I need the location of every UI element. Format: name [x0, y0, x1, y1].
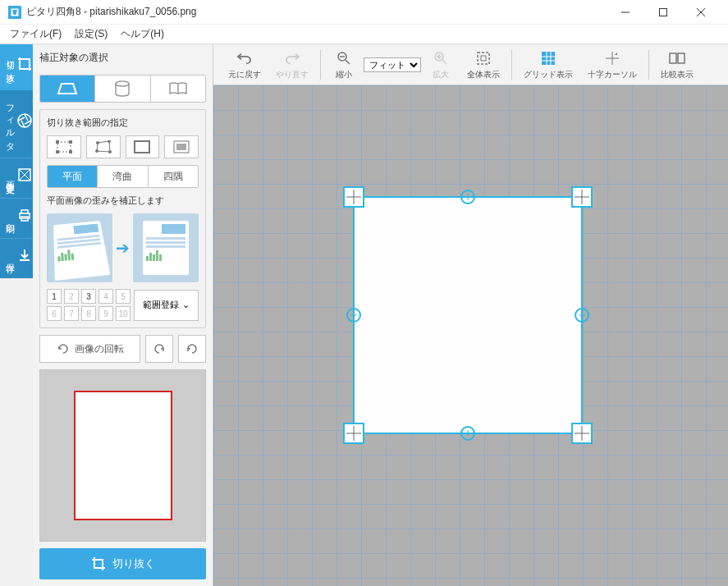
svg-rect-22: [176, 144, 186, 150]
crosshair-button[interactable]: 十字カーソル: [581, 48, 643, 82]
redo-icon: [283, 49, 301, 67]
target-book[interactable]: [150, 76, 205, 102]
preset-1[interactable]: 1: [47, 289, 62, 304]
compare-button[interactable]: 比較表示: [654, 48, 700, 82]
menu-file[interactable]: ファイル(F): [3, 27, 68, 41]
preset-6[interactable]: 6: [47, 306, 62, 321]
handle-mid-top[interactable]: [460, 190, 475, 204]
side-panel: 補正対象の選択 切り抜き範囲の指定 平面 湾曲 四隅 平面画像の歪みを補正します: [33, 44, 213, 586]
svg-rect-32: [542, 52, 555, 65]
handle-mid-bottom[interactable]: [460, 426, 475, 441]
svg-rect-11: [57, 142, 71, 152]
sidetab-save[interactable]: 保存: [0, 238, 33, 278]
aperture-icon: [16, 112, 33, 129]
handle-bottom-left[interactable]: [343, 423, 364, 444]
fit-all-button[interactable]: 全体表示: [460, 48, 506, 82]
arrow-right-icon: ➔: [116, 238, 130, 258]
crop-preview: [39, 369, 206, 542]
maximize-button[interactable]: [644, 0, 682, 25]
sidetab-transform[interactable]: 画像変更: [0, 158, 33, 198]
preset-10[interactable]: 10: [116, 306, 130, 321]
crop-button[interactable]: 切り抜く: [39, 548, 206, 579]
minimize-button[interactable]: [607, 0, 644, 25]
range-mode-rect[interactable]: [47, 135, 81, 158]
panel-title: 補正対象の選択: [39, 51, 206, 65]
window-title: ピタリ四角8 - pitarishikaku7_0056.png: [26, 5, 607, 19]
svg-rect-31: [481, 56, 486, 61]
preview-document: [74, 391, 172, 520]
svg-rect-20: [135, 141, 149, 153]
range-group: 切り抜き範囲の指定 平面 湾曲 四隅 平面画像の歪みを補正します: [39, 109, 206, 328]
svg-line-24: [346, 60, 350, 64]
tab-corners[interactable]: 四隅: [148, 166, 198, 187]
svg-rect-15: [69, 150, 72, 153]
svg-point-16: [96, 141, 99, 144]
svg-rect-14: [56, 150, 59, 153]
svg-rect-2: [660, 8, 667, 16]
grid-toggle-button[interactable]: グリッド表示: [517, 48, 579, 82]
preset-3[interactable]: 3: [81, 289, 96, 304]
preset-2[interactable]: 2: [64, 289, 79, 304]
tab-flat[interactable]: 平面: [48, 166, 97, 187]
svg-point-17: [108, 140, 111, 143]
toolbar: 元に戻す やり直す 縮小 フィット 拡大 全体表示: [213, 44, 728, 85]
crop-selection[interactable]: [353, 196, 583, 434]
crop-action-icon: [91, 556, 106, 571]
svg-rect-30: [478, 53, 489, 64]
svg-rect-36: [678, 53, 685, 63]
sidetab-crop[interactable]: 切り抜き: [0, 44, 33, 90]
close-button[interactable]: [682, 0, 720, 25]
preset-5[interactable]: 5: [116, 289, 130, 304]
tab-curved[interactable]: 湾曲: [97, 166, 147, 187]
target-cylinder[interactable]: [94, 76, 149, 102]
handle-mid-right[interactable]: [575, 308, 589, 323]
rotate-ccw-button[interactable]: [145, 335, 173, 363]
crop-icon: [16, 56, 33, 72]
titlebar: ピタリ四角8 - pitarishikaku7_0056.png: [0, 0, 728, 25]
svg-rect-13: [69, 140, 72, 144]
svg-rect-35: [670, 53, 676, 63]
rotate-cw-button[interactable]: [178, 335, 206, 363]
preset-4[interactable]: 4: [98, 289, 113, 304]
surface-desc: 平面画像の歪みを補正します: [47, 195, 199, 207]
example-illustration: ➔: [47, 213, 199, 282]
handle-bottom-right[interactable]: [571, 423, 593, 444]
register-range-button[interactable]: 範囲登録 ⌄: [134, 290, 199, 321]
zoom-in-icon: [432, 49, 450, 67]
chevron-down-icon: ⌄: [182, 300, 190, 310]
range-mode-fill[interactable]: [164, 135, 199, 158]
zoom-in-button[interactable]: 拡大: [423, 48, 459, 82]
app-icon: [8, 6, 21, 19]
handle-top-right[interactable]: [571, 186, 593, 208]
preset-9[interactable]: 9: [98, 306, 113, 321]
example-before: [47, 213, 112, 282]
rotate-button[interactable]: 画像の回転: [39, 335, 140, 363]
menu-settings[interactable]: 設定(S): [68, 27, 114, 41]
target-trapezoid[interactable]: [40, 76, 94, 102]
fit-icon: [474, 49, 492, 67]
zoom-out-button[interactable]: 縮小: [326, 48, 362, 82]
sidetab-print[interactable]: 印刷: [0, 198, 33, 238]
svg-point-19: [95, 149, 98, 153]
handle-mid-left[interactable]: [346, 308, 361, 323]
compare-icon: [668, 49, 686, 67]
undo-icon: [236, 49, 254, 67]
undo-button[interactable]: 元に戻す: [222, 48, 268, 82]
download-icon: [16, 247, 33, 263]
preset-8[interactable]: 8: [81, 306, 96, 321]
canvas[interactable]: [213, 85, 728, 586]
redo-button[interactable]: やり直す: [269, 48, 315, 82]
range-label: 切り抜き範囲の指定: [47, 117, 199, 129]
handle-top-left[interactable]: [343, 186, 364, 208]
range-mode-frame[interactable]: [126, 135, 160, 158]
preset-7[interactable]: 7: [64, 306, 79, 321]
zoom-select[interactable]: フィット: [364, 57, 421, 72]
range-mode-quad[interactable]: [86, 135, 121, 158]
target-type-segmented: [39, 75, 206, 103]
svg-rect-8: [21, 210, 28, 213]
crosshair-icon: [603, 49, 621, 67]
sidetab-filter[interactable]: フィルタ: [0, 90, 33, 158]
menu-help[interactable]: ヘルプ(H): [114, 27, 171, 41]
menubar: ファイル(F) 設定(S) ヘルプ(H): [0, 25, 728, 44]
svg-point-5: [18, 114, 31, 127]
